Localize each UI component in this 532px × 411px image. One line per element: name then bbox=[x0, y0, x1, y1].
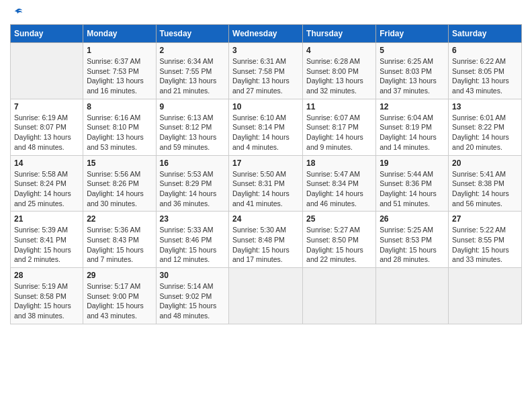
calendar-cell bbox=[449, 268, 522, 324]
day-number: 5 bbox=[380, 46, 445, 55]
calendar-cell bbox=[376, 268, 449, 324]
calendar-cell: 18Sunrise: 5:47 AM Sunset: 8:34 PM Dayli… bbox=[303, 155, 376, 212]
calendar-cell: 29Sunrise: 5:17 AM Sunset: 9:00 PM Dayli… bbox=[83, 268, 156, 324]
day-number: 25 bbox=[306, 214, 372, 224]
day-info: Sunrise: 5:14 AM Sunset: 9:02 PM Dayligh… bbox=[160, 281, 226, 321]
day-number: 29 bbox=[87, 271, 152, 280]
week-row-5: 28Sunrise: 5:19 AM Sunset: 8:58 PM Dayli… bbox=[11, 268, 522, 324]
day-number: 18 bbox=[306, 158, 372, 168]
calendar-cell: 14Sunrise: 5:58 AM Sunset: 8:24 PM Dayli… bbox=[11, 155, 83, 212]
day-number: 14 bbox=[14, 158, 79, 168]
day-info: Sunrise: 5:17 AM Sunset: 9:00 PM Dayligh… bbox=[87, 281, 152, 321]
day-info: Sunrise: 6:37 AM Sunset: 7:53 PM Dayligh… bbox=[87, 56, 152, 96]
calendar-cell: 12Sunrise: 6:04 AM Sunset: 8:19 PM Dayli… bbox=[376, 99, 449, 155]
day-number: 30 bbox=[160, 271, 226, 280]
calendar-cell: 19Sunrise: 5:44 AM Sunset: 8:36 PM Dayli… bbox=[376, 155, 449, 212]
day-info: Sunrise: 6:10 AM Sunset: 8:14 PM Dayligh… bbox=[232, 113, 299, 152]
calendar-cell: 3Sunrise: 6:31 AM Sunset: 7:58 PM Daylig… bbox=[229, 43, 303, 99]
day-number: 9 bbox=[160, 102, 226, 111]
calendar-cell: 1Sunrise: 6:37 AM Sunset: 7:53 PM Daylig… bbox=[83, 43, 156, 99]
day-number: 27 bbox=[452, 214, 518, 224]
day-number: 26 bbox=[380, 214, 445, 224]
calendar-cell: 24Sunrise: 5:30 AM Sunset: 8:48 PM Dayli… bbox=[229, 212, 303, 268]
calendar-cell: 13Sunrise: 6:01 AM Sunset: 8:22 PM Dayli… bbox=[449, 99, 522, 155]
day-number: 22 bbox=[87, 214, 152, 224]
week-row-3: 14Sunrise: 5:58 AM Sunset: 8:24 PM Dayli… bbox=[11, 155, 522, 212]
calendar-cell bbox=[11, 43, 83, 99]
calendar-cell: 7Sunrise: 6:19 AM Sunset: 8:07 PM Daylig… bbox=[11, 99, 83, 155]
calendar-cell: 2Sunrise: 6:34 AM Sunset: 7:55 PM Daylig… bbox=[156, 43, 229, 99]
day-info: Sunrise: 5:50 AM Sunset: 8:31 PM Dayligh… bbox=[232, 169, 299, 209]
day-info: Sunrise: 6:19 AM Sunset: 8:07 PM Dayligh… bbox=[14, 113, 79, 152]
day-number: 19 bbox=[380, 158, 445, 168]
calendar-cell: 28Sunrise: 5:19 AM Sunset: 8:58 PM Dayli… bbox=[11, 268, 83, 324]
day-info: Sunrise: 5:33 AM Sunset: 8:46 PM Dayligh… bbox=[160, 225, 226, 265]
day-header-saturday: Saturday bbox=[449, 25, 522, 43]
day-info: Sunrise: 5:56 AM Sunset: 8:26 PM Dayligh… bbox=[87, 169, 152, 209]
week-row-2: 7Sunrise: 6:19 AM Sunset: 8:07 PM Daylig… bbox=[11, 99, 522, 155]
day-info: Sunrise: 6:22 AM Sunset: 8:05 PM Dayligh… bbox=[452, 56, 518, 96]
day-info: Sunrise: 5:36 AM Sunset: 8:43 PM Dayligh… bbox=[87, 225, 152, 265]
calendar-body: 1Sunrise: 6:37 AM Sunset: 7:53 PM Daylig… bbox=[11, 43, 522, 324]
calendar-cell: 27Sunrise: 5:22 AM Sunset: 8:55 PM Dayli… bbox=[449, 212, 522, 268]
calendar-cell: 15Sunrise: 5:56 AM Sunset: 8:26 PM Dayli… bbox=[83, 155, 156, 212]
days-header-row: SundayMondayTuesdayWednesdayThursdayFrid… bbox=[11, 25, 522, 43]
day-number: 13 bbox=[452, 102, 518, 111]
calendar-cell bbox=[229, 268, 303, 324]
day-info: Sunrise: 6:34 AM Sunset: 7:55 PM Dayligh… bbox=[160, 56, 226, 96]
calendar-cell: 6Sunrise: 6:22 AM Sunset: 8:05 PM Daylig… bbox=[449, 43, 522, 99]
calendar-cell: 8Sunrise: 6:16 AM Sunset: 8:10 PM Daylig… bbox=[83, 99, 156, 155]
day-number: 6 bbox=[452, 46, 518, 55]
day-number: 21 bbox=[14, 214, 79, 224]
day-header-tuesday: Tuesday bbox=[156, 25, 229, 43]
calendar-cell: 23Sunrise: 5:33 AM Sunset: 8:46 PM Dayli… bbox=[156, 212, 229, 268]
day-number: 8 bbox=[87, 102, 152, 111]
calendar-header: SundayMondayTuesdayWednesdayThursdayFrid… bbox=[11, 25, 522, 43]
day-number: 3 bbox=[232, 46, 299, 55]
calendar-cell: 26Sunrise: 5:25 AM Sunset: 8:53 PM Dayli… bbox=[376, 212, 449, 268]
day-info: Sunrise: 5:47 AM Sunset: 8:34 PM Dayligh… bbox=[306, 169, 372, 209]
day-number: 23 bbox=[160, 214, 226, 224]
calendar-cell: 20Sunrise: 5:41 AM Sunset: 8:38 PM Dayli… bbox=[449, 155, 522, 212]
day-header-friday: Friday bbox=[376, 25, 449, 43]
day-number: 7 bbox=[14, 102, 79, 111]
day-info: Sunrise: 6:28 AM Sunset: 8:00 PM Dayligh… bbox=[306, 56, 372, 96]
day-info: Sunrise: 5:22 AM Sunset: 8:55 PM Dayligh… bbox=[452, 225, 518, 265]
day-number: 24 bbox=[232, 214, 299, 224]
day-header-thursday: Thursday bbox=[303, 25, 376, 43]
day-info: Sunrise: 6:31 AM Sunset: 7:58 PM Dayligh… bbox=[232, 56, 299, 96]
day-header-wednesday: Wednesday bbox=[229, 25, 303, 43]
day-info: Sunrise: 6:07 AM Sunset: 8:17 PM Dayligh… bbox=[306, 113, 372, 152]
calendar-cell: 4Sunrise: 6:28 AM Sunset: 8:00 PM Daylig… bbox=[303, 43, 376, 99]
day-header-monday: Monday bbox=[83, 25, 156, 43]
day-number: 17 bbox=[232, 158, 299, 168]
week-row-4: 21Sunrise: 5:39 AM Sunset: 8:41 PM Dayli… bbox=[11, 212, 522, 268]
calendar-cell: 16Sunrise: 5:53 AM Sunset: 8:29 PM Dayli… bbox=[156, 155, 229, 212]
day-info: Sunrise: 5:53 AM Sunset: 8:29 PM Dayligh… bbox=[160, 169, 226, 209]
logo-bird-icon bbox=[11, 7, 24, 19]
day-number: 11 bbox=[306, 102, 372, 111]
day-number: 15 bbox=[87, 158, 152, 168]
header bbox=[10, 7, 522, 19]
day-info: Sunrise: 5:44 AM Sunset: 8:36 PM Dayligh… bbox=[380, 169, 445, 209]
day-number: 1 bbox=[87, 46, 152, 55]
day-info: Sunrise: 6:13 AM Sunset: 8:12 PM Dayligh… bbox=[160, 113, 226, 152]
day-info: Sunrise: 5:25 AM Sunset: 8:53 PM Dayligh… bbox=[380, 225, 445, 265]
day-number: 20 bbox=[452, 158, 518, 168]
calendar-cell: 21Sunrise: 5:39 AM Sunset: 8:41 PM Dayli… bbox=[11, 212, 83, 268]
day-info: Sunrise: 6:25 AM Sunset: 8:03 PM Dayligh… bbox=[380, 56, 445, 96]
calendar-cell: 22Sunrise: 5:36 AM Sunset: 8:43 PM Dayli… bbox=[83, 212, 156, 268]
calendar-cell: 5Sunrise: 6:25 AM Sunset: 8:03 PM Daylig… bbox=[376, 43, 449, 99]
day-number: 16 bbox=[160, 158, 226, 168]
day-number: 28 bbox=[14, 271, 79, 280]
calendar-cell: 11Sunrise: 6:07 AM Sunset: 8:17 PM Dayli… bbox=[303, 99, 376, 155]
calendar-cell bbox=[303, 268, 376, 324]
day-info: Sunrise: 5:39 AM Sunset: 8:41 PM Dayligh… bbox=[14, 225, 79, 265]
calendar-cell: 9Sunrise: 6:13 AM Sunset: 8:12 PM Daylig… bbox=[156, 99, 229, 155]
calendar-cell: 10Sunrise: 6:10 AM Sunset: 8:14 PM Dayli… bbox=[229, 99, 303, 155]
calendar-cell: 25Sunrise: 5:27 AM Sunset: 8:50 PM Dayli… bbox=[303, 212, 376, 268]
day-number: 4 bbox=[306, 46, 372, 55]
day-info: Sunrise: 5:58 AM Sunset: 8:24 PM Dayligh… bbox=[14, 169, 79, 209]
day-info: Sunrise: 5:27 AM Sunset: 8:50 PM Dayligh… bbox=[306, 225, 372, 265]
day-info: Sunrise: 6:01 AM Sunset: 8:22 PM Dayligh… bbox=[452, 113, 518, 152]
